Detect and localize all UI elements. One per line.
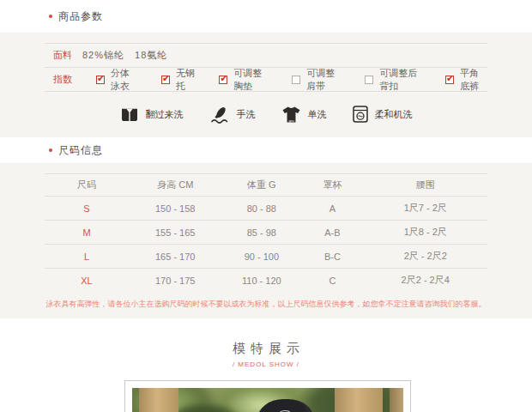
size-table-cell: C: [301, 276, 363, 286]
feature-item: 可调整后背扣: [365, 67, 422, 93]
inside-out-wash-icon: [120, 106, 139, 122]
size-table-header-row: 尺码身高 CM体重 G罩杯腰围: [45, 173, 487, 196]
features-list: 分体泳衣无钢托可调整胸垫可调整肩带可调整后背扣平角底裤: [96, 67, 487, 93]
size-table-cell: 85 - 98: [221, 227, 301, 238]
size-panel: 尺码身高 CM体重 G罩杯腰围S150 - 15880 - 88A1尺7 - 2…: [0, 163, 532, 318]
size-table: 尺码身高 CM体重 G罩杯腰围S150 - 15880 - 88A1尺7 - 2…: [45, 173, 487, 292]
size-table-header-cell: 罩杯: [301, 179, 363, 191]
feature-label: 分体泳衣: [111, 67, 138, 93]
size-table-cell: 80 - 88: [221, 203, 301, 214]
size-table-cell: S: [45, 203, 129, 214]
checked-checkbox-icon: [161, 76, 170, 84]
features-row: 指数 分体泳衣无钢托可调整胸垫可调整肩带可调整后背扣平角底裤: [45, 67, 487, 91]
feature-label: 可调整后背扣: [379, 67, 422, 93]
feature-label: 平角底裤: [460, 67, 487, 93]
pillar-decoration: [139, 388, 178, 412]
checked-checkbox-icon: [96, 76, 105, 84]
care-label: 柔和机洗: [375, 108, 413, 121]
feature-item: 可调整肩带: [292, 67, 342, 93]
bullet-dot-icon: [49, 15, 52, 18]
size-table-cell: 2尺2 - 2尺4: [364, 274, 487, 287]
care-item: 柔和机洗: [353, 106, 413, 123]
checked-checkbox-icon: [445, 76, 454, 84]
care-item: gru 单洗: [281, 106, 327, 124]
care-item: 手洗: [209, 106, 256, 124]
bullet-dot-icon: [49, 148, 52, 152]
size-table-cell: A-B: [301, 227, 363, 238]
features-label: 指数: [53, 73, 82, 86]
feature-label: 可调整肩带: [306, 67, 342, 93]
size-table-cell: 1尺7 - 2尺: [364, 202, 487, 215]
care-label: 单洗: [308, 108, 327, 121]
fabric-value: 82%锦纶 18氨纶: [82, 49, 167, 62]
model-show-header: 模特展示 / MEDOL SHOW /: [0, 341, 532, 368]
size-table-cell: 90 - 100: [221, 251, 301, 262]
size-table-cell: A: [301, 203, 363, 214]
fabric-label: 面料: [53, 49, 82, 62]
care-label: 手洗: [237, 108, 256, 121]
checked-checkbox-icon: [219, 76, 227, 84]
size-section-header: 尺码信息: [0, 137, 532, 163]
params-panel: 面料 82%锦纶 18氨纶 指数 分体泳衣无钢托可调整胸垫可调整肩带可调整后背扣…: [0, 33, 532, 137]
params-section-header: 商品参数: [0, 0, 532, 33]
size-table-cell: B-C: [301, 251, 363, 262]
unchecked-checkbox-icon: [365, 76, 373, 84]
size-table-header-cell: 体重 G: [221, 179, 301, 191]
size-table-cell: M: [45, 227, 129, 238]
size-table-cell: XL: [45, 276, 129, 286]
size-table-header-cell: 身高 CM: [129, 179, 221, 191]
size-table-cell: 170 - 175: [129, 276, 221, 286]
model-photo-frame: [124, 380, 411, 412]
separate-wash-icon: gru: [281, 106, 301, 124]
hand-wash-icon: [209, 106, 230, 124]
params-section-title: 商品参数: [58, 9, 103, 24]
fabric-row: 面料 82%锦纶 18氨纶: [45, 43, 487, 67]
size-table-row: M155 - 16585 - 98A-B1尺8 - 2尺: [45, 220, 487, 244]
care-item: 翻过来洗: [120, 106, 184, 122]
size-table-cell: 2尺 - 2尺2: [364, 250, 487, 263]
size-table-header-cell: 尺码: [45, 179, 129, 191]
feature-item: 可调整胸垫: [219, 67, 269, 93]
feature-label: 无钢托: [176, 67, 196, 93]
feature-label: 可调整胸垫: [233, 67, 269, 93]
model-show-subtitle: / MEDOL SHOW /: [0, 360, 532, 368]
unchecked-checkbox-icon: [292, 76, 300, 84]
gentle-machine-wash-icon: [353, 106, 368, 123]
size-section-title: 尺码信息: [58, 143, 103, 158]
size-table-cell: 110 - 120: [221, 276, 301, 286]
size-note: 泳衣具有高弹性，请各位小主在选购尺码的时候不要以成衣为标准，以上尺码信息仅供参考…: [45, 299, 487, 310]
svg-text:gru: gru: [288, 118, 294, 122]
size-table-cell: 1尺8 - 2尺: [364, 226, 487, 239]
care-label: 翻过来洗: [146, 108, 184, 121]
size-table-row: XL170 - 175110 - 120C2尺2 - 2尺4: [45, 268, 487, 292]
size-table-cell: L: [45, 251, 129, 262]
feature-item: 无钢托: [161, 67, 196, 93]
feature-item: 平角底裤: [445, 67, 487, 93]
pillar-decoration: [335, 388, 383, 412]
pillar-decoration: [390, 388, 403, 412]
size-table-row: L165 - 17090 - 100B-C2尺 - 2尺2: [45, 244, 487, 268]
size-table-cell: 155 - 165: [129, 227, 221, 238]
feature-item: 分体泳衣: [96, 67, 138, 93]
size-table-row: S150 - 15880 - 88A1尺7 - 2尺: [45, 196, 487, 220]
size-table-cell: 165 - 170: [129, 251, 221, 262]
size-table-header-cell: 腰围: [364, 179, 487, 191]
model-show-title: 模特展示: [0, 341, 532, 357]
model-photo: [132, 388, 403, 412]
care-instructions-row: 翻过来洗 手洗 gru 单洗: [45, 91, 487, 136]
size-table-cell: 150 - 158: [129, 203, 221, 214]
